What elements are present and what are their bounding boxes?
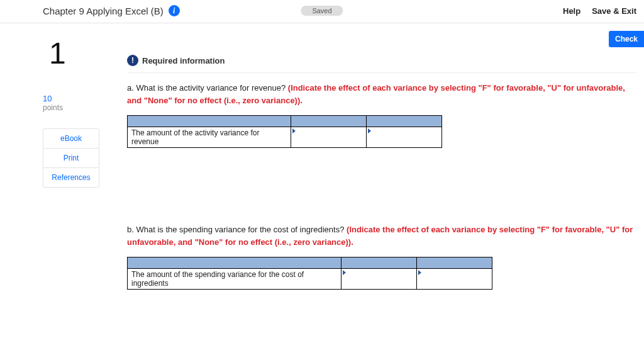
question-a: a. What is the activity variance for rev… bbox=[127, 82, 636, 106]
table-a-header-2 bbox=[291, 116, 367, 127]
table-b-header-1 bbox=[128, 257, 341, 269]
question-number: 1 bbox=[49, 38, 112, 69]
table-a-effect-input[interactable] bbox=[367, 127, 442, 148]
help-link[interactable]: Help bbox=[563, 6, 580, 16]
question-b-text: b. What is the spending variance for the… bbox=[127, 225, 347, 234]
content: Check 1 10 points eBook Print References… bbox=[0, 23, 644, 315]
points-value: 10 bbox=[43, 94, 112, 103]
table-a-header-1 bbox=[128, 116, 291, 127]
side-column: 1 10 points eBook Print References bbox=[43, 36, 112, 296]
page-title: Chapter 9 Applying Excel (B) bbox=[43, 6, 164, 16]
alert-icon: ! bbox=[127, 55, 138, 66]
answer-table-a: The amount of the activity variance for … bbox=[127, 115, 442, 148]
print-link[interactable]: Print bbox=[43, 148, 99, 167]
table-a-amount-input[interactable] bbox=[291, 127, 367, 148]
table-b-row-label: The amount of the spending variance for … bbox=[128, 269, 341, 290]
references-link[interactable]: References bbox=[43, 167, 99, 187]
save-exit-link[interactable]: Save & Exit bbox=[592, 6, 636, 16]
side-links: eBook Print References bbox=[43, 128, 99, 188]
answer-table-b: The amount of the spending variance for … bbox=[127, 257, 492, 290]
table-b-header-3 bbox=[417, 257, 492, 269]
table-a-row-label: The amount of the activity variance for … bbox=[128, 127, 291, 148]
table-b-header-2 bbox=[341, 257, 417, 269]
required-label: Required information bbox=[142, 56, 225, 65]
main-column: ! Required information a. What is the ac… bbox=[112, 36, 636, 296]
question-a-text: a. What is the activity variance for rev… bbox=[127, 83, 288, 93]
top-bar: Chapter 9 Applying Excel (B) i Saved Hel… bbox=[0, 0, 644, 23]
layout: 1 10 points eBook Print References ! Req… bbox=[0, 36, 644, 296]
points-label: points bbox=[43, 103, 112, 112]
info-icon[interactable]: i bbox=[169, 5, 180, 16]
saved-badge: Saved bbox=[301, 6, 343, 16]
question-b: b. What is the spending variance for the… bbox=[127, 223, 636, 248]
required-row: ! Required information bbox=[127, 55, 636, 73]
check-button[interactable]: Check bbox=[609, 31, 644, 47]
top-actions: Help Save & Exit bbox=[563, 6, 636, 16]
table-b-effect-input[interactable] bbox=[417, 269, 492, 290]
table-b-amount-input[interactable] bbox=[341, 269, 417, 290]
table-a-header-3 bbox=[367, 116, 442, 127]
ebook-link[interactable]: eBook bbox=[43, 129, 99, 148]
